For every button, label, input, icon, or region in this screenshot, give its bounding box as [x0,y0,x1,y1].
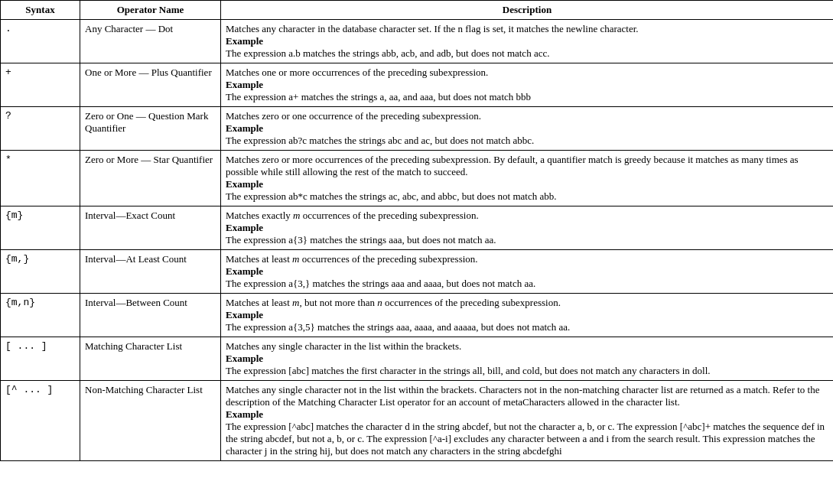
desc-main: Matches any character in the database ch… [226,23,828,35]
example-expr: The expression a.b matches the strings a… [226,47,828,60]
syntax-cell: [ ... ] [1,337,80,381]
desc-main: Matches zero or more occurrences of the … [226,154,828,178]
italic-n: n [377,297,382,308]
example-expr: The expression a+ matches the strings a,… [226,91,828,103]
operator-cell: Zero or More — Star Quantifier [80,151,221,206]
example-label: Example [226,122,828,135]
operator-cell: One or More — Plus Quantifier [80,63,221,107]
example-expr: The expression a{3,5} matches the string… [226,321,828,333]
syntax-cell: . [1,20,80,63]
operator-cell: Interval—At Least Count [80,250,221,294]
example-label: Example [226,309,828,321]
regex-reference-table: Syntax Operator Name Description . Any C… [0,0,833,461]
header-description: Description [221,1,834,20]
example-expr: The expression [^abc] matches the charac… [226,421,828,457]
desc-main: Matches at least m, but not more than n … [226,297,828,309]
example-label: Example [226,79,828,91]
syntax-cell: {m,n} [1,294,80,337]
desc-cell: Matches one or more occurrences of the p… [221,63,834,107]
table-row: [ ... ] Matching Character List Matches … [1,337,834,381]
table-row: [^ ... ] Non-Matching Character List Mat… [1,381,834,461]
table-row: . Any Character — Dot Matches any charac… [1,20,834,63]
header-operator: Operator Name [80,1,221,20]
italic-m: m [292,253,299,265]
syntax-cell: * [1,151,80,206]
table-row: * Zero or More — Star Quantifier Matches… [1,151,834,206]
example-label: Example [226,408,828,421]
italic-m: m [292,297,299,308]
operator-cell: Non-Matching Character List [80,381,221,461]
table-row: {m,n} Interval—Between Count Matches at … [1,294,834,337]
example-expr: The expression [abc] matches the first c… [226,365,828,377]
operator-cell: Zero or One — Question Mark Quantifier [80,107,221,151]
syntax-cell: + [1,63,80,107]
syntax-cell: {m} [1,206,80,250]
example-expr: The expression ab?c matches the strings … [226,135,828,147]
example-expr: The expression a{3} matches the strings … [226,234,828,246]
syntax-cell: {m,} [1,250,80,294]
desc-cell: Matches any single character in the list… [221,337,834,381]
desc-cell: Matches any character in the database ch… [221,20,834,63]
desc-main: Matches any single character in the list… [226,340,828,353]
operator-cell: Matching Character List [80,337,221,381]
example-label: Example [226,35,828,47]
desc-cell: Matches at least m occurrences of the pr… [221,250,834,294]
desc-cell: Matches exactly m occurrences of the pre… [221,206,834,250]
desc-cell: Matches any single character not in the … [221,381,834,461]
syntax-cell: ? [1,107,80,151]
syntax-cell: [^ ... ] [1,381,80,461]
header-syntax: Syntax [1,1,80,20]
table-row: ? Zero or One — Question Mark Quantifier… [1,107,834,151]
example-label: Example [226,178,828,190]
example-label: Example [226,222,828,234]
example-label: Example [226,265,828,278]
desc-main: Matches exactly m occurrences of the pre… [226,210,828,222]
desc-main: Matches at least m occurrences of the pr… [226,253,828,265]
operator-cell: Any Character — Dot [80,20,221,63]
table-row: {m,} Interval—At Least Count Matches at … [1,250,834,294]
table-row: {m} Interval—Exact Count Matches exactly… [1,206,834,250]
example-expr: The expression a{3,} matches the strings… [226,278,828,290]
desc-cell: Matches zero or one occurrence of the pr… [221,107,834,151]
desc-cell: Matches at least m, but not more than n … [221,294,834,337]
operator-cell: Interval—Between Count [80,294,221,337]
operator-cell: Interval—Exact Count [80,206,221,250]
example-expr: The expression ab*c matches the strings … [226,190,828,203]
desc-main: Matches one or more occurrences of the p… [226,67,828,79]
desc-cell: Matches zero or more occurrences of the … [221,151,834,206]
italic-m: m [293,210,300,221]
example-label: Example [226,353,828,365]
desc-main: Matches any single character not in the … [226,384,828,408]
table-row: + One or More — Plus Quantifier Matches … [1,63,834,107]
desc-main: Matches zero or one occurrence of the pr… [226,110,828,122]
